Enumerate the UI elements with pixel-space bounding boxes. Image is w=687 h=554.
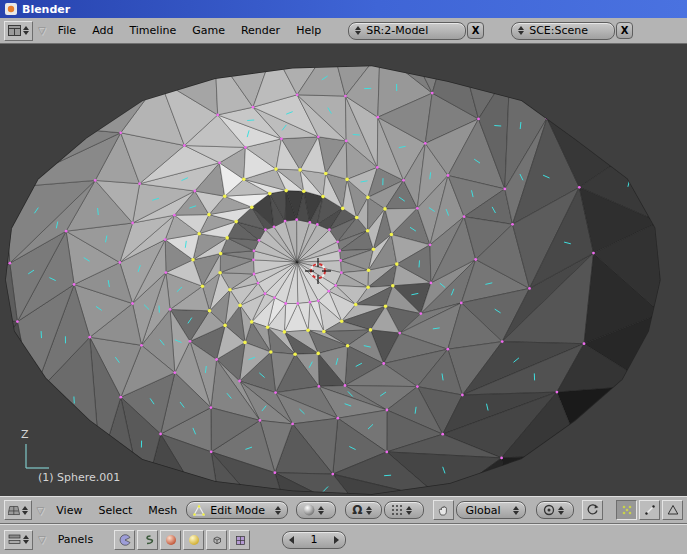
edge-select-icon — [644, 504, 656, 516]
editing-icon — [234, 534, 246, 546]
hand-icon — [438, 504, 450, 516]
window-type-arrows-icon — [23, 26, 29, 35]
buttons-editor-arrows-icon — [23, 535, 29, 544]
view3d-collapse-icon[interactable]: ▽ — [33, 505, 49, 516]
app-icon — [5, 3, 17, 15]
menu-view[interactable]: View — [48, 504, 90, 517]
menu-render[interactable]: Render — [233, 24, 288, 37]
screen-browse-icon — [355, 26, 361, 35]
edge-select-button[interactable] — [639, 500, 660, 520]
frame-value: 1 — [309, 533, 320, 546]
editing-context-button[interactable] — [229, 530, 250, 550]
layers-arrows-icon — [406, 506, 412, 515]
view3d-icon — [8, 505, 20, 516]
scene-selector[interactable]: SCE:Scene — [511, 22, 615, 40]
window-title: Blender — [22, 3, 70, 16]
orientation-selector[interactable]: Global — [456, 501, 526, 519]
solid-shading-icon — [303, 504, 315, 516]
orientation-arrows-icon — [513, 506, 519, 515]
viewport-canvas[interactable] — [0, 44, 687, 496]
titlebar[interactable]: Blender — [0, 0, 687, 18]
orbit-button[interactable] — [582, 500, 603, 520]
frame-stepper[interactable]: 1 — [282, 531, 346, 549]
logic-context-button[interactable] — [114, 530, 135, 550]
face-select-button[interactable] — [662, 500, 683, 520]
panels-menu[interactable]: Panels — [50, 533, 101, 546]
screen-selector[interactable]: SR:2-Model — [348, 22, 466, 40]
menu-select[interactable]: Select — [90, 504, 140, 517]
pivot-selector[interactable]: Ω — [345, 501, 381, 519]
dots-grid-icon — [391, 504, 403, 516]
frame-next-icon[interactable] — [334, 536, 339, 544]
window-type-button[interactable] — [4, 21, 33, 41]
menu-help[interactable]: Help — [288, 24, 329, 37]
window-type-icon — [8, 25, 21, 36]
object-context-button[interactable] — [206, 530, 227, 550]
menu-mesh[interactable]: Mesh — [140, 504, 185, 517]
frame-prev-icon[interactable] — [289, 536, 294, 544]
snap-arrows-icon — [558, 506, 564, 515]
menu-add[interactable]: Add — [84, 24, 121, 37]
object-info-label: (1) Sphere.001 — [38, 471, 120, 484]
menu-file[interactable]: File — [50, 24, 84, 37]
snap-target-icon — [543, 504, 555, 516]
pivot-arrows-icon — [366, 506, 372, 515]
mode-selector-value: Edit Mode — [208, 504, 267, 517]
object-icon — [211, 534, 223, 546]
scene-browse-icon — [518, 26, 524, 35]
script-icon — [142, 534, 154, 546]
pivot-icon: Ω — [352, 503, 362, 517]
screen-selector-value: SR:2-Model — [364, 24, 430, 37]
manipulator-button[interactable] — [433, 500, 454, 520]
mode-selector[interactable]: Edit Mode — [186, 501, 288, 519]
menubar-collapse-icon[interactable]: ▽ — [34, 25, 50, 36]
top-menubar: ▽ File Add Timeline Game Render Help SR:… — [0, 18, 687, 44]
editmode-icon — [193, 505, 205, 516]
blender-window: Blender ▽ File Add Timeline Game Render … — [0, 0, 687, 554]
vertex-select-button[interactable] — [616, 500, 637, 520]
shading-icon — [165, 534, 177, 546]
axis-z-label: Z — [21, 428, 29, 441]
buttons-window-icon — [8, 534, 21, 545]
logic-icon — [119, 534, 131, 546]
view3d-header: ▽ View Select Mesh Edit Mode Ω Global — [0, 496, 687, 524]
buttons-collapse-icon[interactable]: ▽ — [34, 534, 50, 545]
screen-close-button[interactable]: X — [467, 22, 484, 39]
snap-selector[interactable] — [536, 501, 574, 519]
vertex-select-icon — [621, 504, 633, 516]
draw-type-selector[interactable] — [296, 501, 336, 519]
scene-close-button[interactable]: X — [616, 22, 633, 39]
draw-type-arrows-icon — [318, 506, 324, 515]
viewport-3d[interactable]: Z (1) Sphere.001 — [0, 44, 687, 496]
script-context-button[interactable] — [137, 530, 158, 550]
scene-selector-value: SCE:Scene — [527, 24, 590, 37]
editor-type-arrows-icon — [22, 506, 28, 515]
world-context-button[interactable] — [183, 530, 204, 550]
mode-arrows-icon — [275, 506, 281, 515]
menu-timeline[interactable]: Timeline — [121, 24, 184, 37]
buttons-editor-type-button[interactable] — [4, 530, 33, 550]
world-icon — [188, 534, 200, 546]
buttons-header: ▽ Panels 1 — [0, 524, 687, 554]
shading-context-button[interactable] — [160, 530, 181, 550]
orbit-icon — [586, 504, 599, 516]
editor-type-button[interactable] — [4, 500, 32, 520]
orientation-value: Global — [463, 504, 502, 517]
menu-game[interactable]: Game — [184, 24, 233, 37]
layers-selector[interactable] — [384, 501, 424, 519]
face-select-icon — [667, 504, 679, 516]
